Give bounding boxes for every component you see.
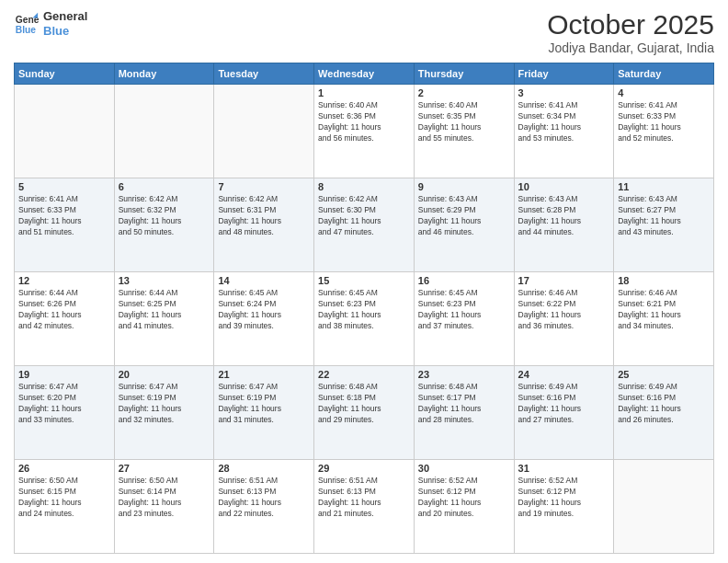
calendar-week-row: 12Sunrise: 6:44 AM Sunset: 6:26 PM Dayli… xyxy=(15,272,714,366)
calendar-cell: 16Sunrise: 6:45 AM Sunset: 6:23 PM Dayli… xyxy=(414,272,514,366)
day-number: 3 xyxy=(518,87,610,98)
weekday-header-saturday: Saturday xyxy=(614,63,714,85)
calendar-cell: 14Sunrise: 6:45 AM Sunset: 6:24 PM Dayli… xyxy=(214,272,314,366)
day-info: Sunrise: 6:43 AM Sunset: 6:28 PM Dayligh… xyxy=(518,194,610,238)
day-info: Sunrise: 6:44 AM Sunset: 6:25 PM Dayligh… xyxy=(119,288,210,332)
calendar-cell: 17Sunrise: 6:46 AM Sunset: 6:22 PM Dayli… xyxy=(514,272,614,366)
calendar-cell: 3Sunrise: 6:41 AM Sunset: 6:34 PM Daylig… xyxy=(514,85,614,178)
day-info: Sunrise: 6:45 AM Sunset: 6:23 PM Dayligh… xyxy=(418,288,510,332)
calendar-week-row: 1Sunrise: 6:40 AM Sunset: 6:36 PM Daylig… xyxy=(15,85,714,178)
calendar-cell: 21Sunrise: 6:47 AM Sunset: 6:19 PM Dayli… xyxy=(214,366,314,460)
weekday-header-wednesday: Wednesday xyxy=(314,63,415,85)
day-number: 7 xyxy=(218,181,310,192)
calendar-cell xyxy=(15,85,115,178)
calendar-cell xyxy=(214,85,314,178)
logo: General Blue General Blue xyxy=(14,9,87,38)
day-number: 20 xyxy=(119,369,210,380)
calendar-cell: 9Sunrise: 6:43 AM Sunset: 6:29 PM Daylig… xyxy=(414,178,514,272)
day-info: Sunrise: 6:41 AM Sunset: 6:33 PM Dayligh… xyxy=(18,194,110,238)
day-number: 10 xyxy=(518,181,610,192)
day-info: Sunrise: 6:46 AM Sunset: 6:21 PM Dayligh… xyxy=(618,288,710,332)
day-info: Sunrise: 6:41 AM Sunset: 6:34 PM Dayligh… xyxy=(518,100,610,144)
calendar-week-row: 26Sunrise: 6:50 AM Sunset: 6:15 PM Dayli… xyxy=(15,460,714,554)
day-number: 9 xyxy=(418,181,510,192)
logo-text: General Blue xyxy=(43,9,87,38)
day-info: Sunrise: 6:47 AM Sunset: 6:19 PM Dayligh… xyxy=(119,382,210,426)
day-info: Sunrise: 6:42 AM Sunset: 6:31 PM Dayligh… xyxy=(218,194,310,238)
calendar-cell: 22Sunrise: 6:48 AM Sunset: 6:18 PM Dayli… xyxy=(314,366,415,460)
calendar-cell: 5Sunrise: 6:41 AM Sunset: 6:33 PM Daylig… xyxy=(15,178,115,272)
calendar-cell: 13Sunrise: 6:44 AM Sunset: 6:25 PM Dayli… xyxy=(114,272,214,366)
calendar-cell: 15Sunrise: 6:45 AM Sunset: 6:23 PM Dayli… xyxy=(314,272,415,366)
calendar-cell: 18Sunrise: 6:46 AM Sunset: 6:21 PM Dayli… xyxy=(614,272,714,366)
day-number: 8 xyxy=(318,181,410,192)
day-info: Sunrise: 6:46 AM Sunset: 6:22 PM Dayligh… xyxy=(518,288,610,332)
weekday-header-tuesday: Tuesday xyxy=(214,63,314,85)
weekday-header-thursday: Thursday xyxy=(414,63,514,85)
calendar-cell: 27Sunrise: 6:50 AM Sunset: 6:14 PM Dayli… xyxy=(114,460,214,554)
location-title: Jodiya Bandar, Gujarat, India xyxy=(547,40,714,55)
calendar-cell: 29Sunrise: 6:51 AM Sunset: 6:13 PM Dayli… xyxy=(314,460,415,554)
day-info: Sunrise: 6:43 AM Sunset: 6:27 PM Dayligh… xyxy=(618,194,710,238)
calendar-cell: 7Sunrise: 6:42 AM Sunset: 6:31 PM Daylig… xyxy=(214,178,314,272)
day-number: 12 xyxy=(18,275,110,286)
calendar-cell: 8Sunrise: 6:42 AM Sunset: 6:30 PM Daylig… xyxy=(314,178,415,272)
day-info: Sunrise: 6:45 AM Sunset: 6:24 PM Dayligh… xyxy=(218,288,310,332)
day-info: Sunrise: 6:44 AM Sunset: 6:26 PM Dayligh… xyxy=(18,288,110,332)
logo-line2: Blue xyxy=(43,24,87,39)
day-number: 28 xyxy=(218,463,310,474)
day-number: 23 xyxy=(418,369,510,380)
day-number: 19 xyxy=(18,369,110,380)
day-info: Sunrise: 6:49 AM Sunset: 6:16 PM Dayligh… xyxy=(618,382,710,426)
day-info: Sunrise: 6:45 AM Sunset: 6:23 PM Dayligh… xyxy=(318,288,410,332)
header: General Blue General Blue October 2025 J… xyxy=(14,9,714,55)
day-info: Sunrise: 6:42 AM Sunset: 6:30 PM Dayligh… xyxy=(318,194,410,238)
day-number: 15 xyxy=(318,275,410,286)
day-number: 14 xyxy=(218,275,310,286)
day-number: 2 xyxy=(418,87,510,98)
title-block: October 2025 Jodiya Bandar, Gujarat, Ind… xyxy=(547,9,714,55)
day-number: 5 xyxy=(18,181,110,192)
day-number: 31 xyxy=(518,463,610,474)
day-number: 16 xyxy=(418,275,510,286)
day-number: 6 xyxy=(119,181,210,192)
calendar-cell: 25Sunrise: 6:49 AM Sunset: 6:16 PM Dayli… xyxy=(614,366,714,460)
calendar-cell: 10Sunrise: 6:43 AM Sunset: 6:28 PM Dayli… xyxy=(514,178,614,272)
calendar-cell: 12Sunrise: 6:44 AM Sunset: 6:26 PM Dayli… xyxy=(15,272,115,366)
day-info: Sunrise: 6:50 AM Sunset: 6:15 PM Dayligh… xyxy=(18,476,110,520)
day-info: Sunrise: 6:51 AM Sunset: 6:13 PM Dayligh… xyxy=(218,476,310,520)
calendar-week-row: 19Sunrise: 6:47 AM Sunset: 6:20 PM Dayli… xyxy=(15,366,714,460)
day-info: Sunrise: 6:50 AM Sunset: 6:14 PM Dayligh… xyxy=(119,476,210,520)
day-number: 17 xyxy=(518,275,610,286)
day-number: 29 xyxy=(318,463,410,474)
calendar-cell: 30Sunrise: 6:52 AM Sunset: 6:12 PM Dayli… xyxy=(414,460,514,554)
day-number: 11 xyxy=(618,181,710,192)
calendar-cell: 1Sunrise: 6:40 AM Sunset: 6:36 PM Daylig… xyxy=(314,85,415,178)
weekday-header-monday: Monday xyxy=(114,63,214,85)
day-info: Sunrise: 6:47 AM Sunset: 6:19 PM Dayligh… xyxy=(218,382,310,426)
day-number: 24 xyxy=(518,369,610,380)
day-number: 21 xyxy=(218,369,310,380)
calendar-cell: 19Sunrise: 6:47 AM Sunset: 6:20 PM Dayli… xyxy=(15,366,115,460)
day-info: Sunrise: 6:52 AM Sunset: 6:12 PM Dayligh… xyxy=(518,476,610,520)
calendar-week-row: 5Sunrise: 6:41 AM Sunset: 6:33 PM Daylig… xyxy=(15,178,714,272)
day-number: 26 xyxy=(18,463,110,474)
day-info: Sunrise: 6:51 AM Sunset: 6:13 PM Dayligh… xyxy=(318,476,410,520)
calendar-cell: 31Sunrise: 6:52 AM Sunset: 6:12 PM Dayli… xyxy=(514,460,614,554)
day-number: 25 xyxy=(618,369,710,380)
page: General Blue General Blue October 2025 J… xyxy=(0,0,728,563)
calendar-cell: 20Sunrise: 6:47 AM Sunset: 6:19 PM Dayli… xyxy=(114,366,214,460)
weekday-header-row: SundayMondayTuesdayWednesdayThursdayFrid… xyxy=(15,63,714,85)
calendar-table: SundayMondayTuesdayWednesdayThursdayFrid… xyxy=(14,63,714,554)
day-number: 13 xyxy=(119,275,210,286)
calendar-cell: 11Sunrise: 6:43 AM Sunset: 6:27 PM Dayli… xyxy=(614,178,714,272)
day-number: 18 xyxy=(618,275,710,286)
calendar-cell xyxy=(114,85,214,178)
calendar-cell: 2Sunrise: 6:40 AM Sunset: 6:35 PM Daylig… xyxy=(414,85,514,178)
logo-icon: General Blue xyxy=(14,11,40,37)
day-number: 27 xyxy=(119,463,210,474)
day-number: 22 xyxy=(318,369,410,380)
calendar-cell: 6Sunrise: 6:42 AM Sunset: 6:32 PM Daylig… xyxy=(114,178,214,272)
day-number: 4 xyxy=(618,87,710,98)
weekday-header-friday: Friday xyxy=(514,63,614,85)
